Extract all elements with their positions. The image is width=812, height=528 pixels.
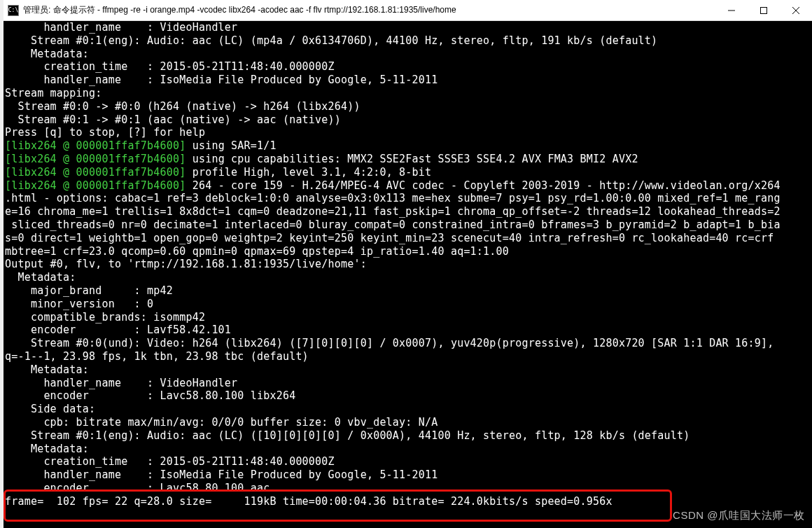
terminal-line: .html - options: cabac=1 ref=3 deblock=1… — [5, 192, 811, 205]
terminal-line: Press [q] to stop, [?] for help — [5, 126, 811, 139]
terminal-line: creation_time : 2015-05-21T11:48:40.0000… — [5, 455, 811, 468]
terminal-line: handler_name : IsoMedia File Produced by… — [5, 468, 811, 482]
terminal-line: frame= 102 fps= 22 q=28.0 size= 119kB ti… — [5, 495, 811, 508]
terminal-output[interactable]: handler_name : VideoHandler Stream #0:1(… — [4, 21, 812, 528]
terminal-line: handler_name : VideoHandler — [5, 377, 811, 390]
terminal-line: e=16 chroma_me=1 trellis=1 8x8dct=1 cqm=… — [5, 205, 811, 218]
terminal-line: encoder : Lavc58.80.100 aac — [5, 482, 811, 495]
minimize-button[interactable] — [715, 0, 748, 20]
watermark: CSDN @爪哇国大法师一枚 — [673, 509, 805, 522]
terminal-line: [libx264 @ 000001ffaf7b4600] using SAR=1… — [5, 139, 811, 153]
terminal-line: encoder : Lavf58.42.101 — [5, 324, 811, 337]
terminal-line: Metadata: — [5, 363, 811, 377]
terminal-line: cpb: bitrate max/min/avg: 0/0/0 buffer s… — [5, 416, 811, 429]
terminal-line: Stream #0:1(eng): Audio: aac (LC) ([10][… — [5, 429, 811, 443]
terminal-line: creation_time : 2015-05-21T11:48:40.0000… — [5, 60, 811, 74]
terminal-line: major_brand : mp42 — [5, 284, 811, 298]
titlebar[interactable]: C:\ 管理员: 命令提示符 - ffmpeg -re -i orange.mp… — [4, 0, 812, 21]
terminal-line: handler_name : VideoHandler — [5, 21, 811, 34]
terminal-line: Stream #0:1(eng): Audio: aac (LC) (mp4a … — [5, 34, 811, 48]
window-controls — [715, 0, 812, 20]
terminal-line: [libx264 @ 000001ffaf7b4600] profile Hig… — [5, 166, 811, 179]
terminal-line: compatible_brands: isommp42 — [5, 311, 811, 324]
maximize-button[interactable] — [748, 0, 780, 20]
terminal-line: Output #0, flv, to 'rtmp://192.168.1.81:… — [5, 258, 811, 271]
terminal-line: sliced_threads=0 nr=0 decimate=1 interla… — [5, 218, 811, 232]
terminal-line: [libx264 @ 000001ffaf7b4600] using cpu c… — [5, 153, 811, 166]
svg-rect-1 — [761, 7, 767, 13]
terminal-line: Metadata: — [5, 271, 811, 284]
terminal-line: minor_version : 0 — [5, 298, 811, 311]
titlebar-text: 管理员: 命令提示符 - ffmpeg -re -i orange.mp4 -v… — [23, 4, 715, 16]
terminal-line: [libx264 @ 000001ffaf7b4600] 264 - core … — [5, 179, 811, 193]
cmd-icon: C:\ — [8, 5, 19, 16]
terminal-line: Metadata: — [5, 443, 811, 456]
terminal-line: Stream #0:0(und): Video: h264 (libx264) … — [5, 337, 811, 350]
terminal-line: s=0 direct=1 weightb=1 open_gop=0 weight… — [5, 232, 811, 245]
cmd-window: C:\ 管理员: 命令提示符 - ffmpeg -re -i orange.mp… — [4, 0, 812, 528]
terminal-line: encoder : Lavc58.80.100 libx264 — [5, 389, 811, 403]
terminal-line: Stream #0:0 -> #0:0 (h264 (native) -> h2… — [5, 100, 811, 113]
terminal-line: Metadata: — [5, 48, 811, 61]
terminal-line: handler_name : IsoMedia File Produced by… — [5, 74, 811, 87]
terminal-line: Stream mapping: — [5, 87, 811, 100]
close-button[interactable] — [780, 0, 812, 20]
terminal-line: Stream #0:1 -> #0:1 (aac (native) -> aac… — [5, 113, 811, 127]
terminal-line: q=-1--1, 23.98 fps, 1k tbn, 23.98 tbc (d… — [5, 350, 811, 363]
terminal-line: Side data: — [5, 403, 811, 416]
terminal-line: mbtree=1 crf=23.0 qcomp=0.60 qpmin=0 qpm… — [5, 245, 811, 258]
